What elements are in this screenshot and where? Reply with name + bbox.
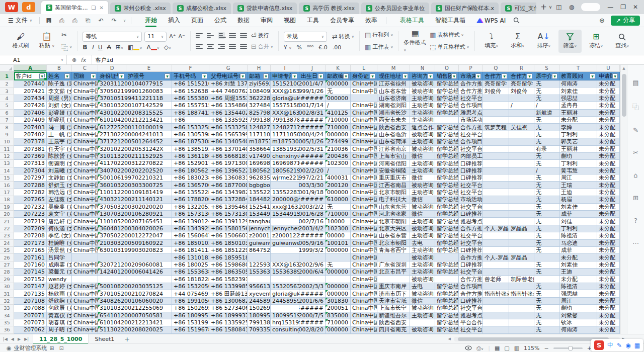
- cell-S9[interactable]: 无: [534, 131, 559, 138]
- cell-F24[interactable]: +86 18501030: [172, 240, 209, 247]
- normal-view-icon[interactable]: ▦: [495, 345, 500, 351]
- cell-R36[interactable]: [509, 326, 534, 333]
- cell-U31[interactable]: 未分配: [597, 290, 620, 297]
- cell-S36[interactable]: 无: [534, 326, 559, 333]
- cell-A9[interactable]: 207402: [14, 131, 47, 138]
- header-cell-F1[interactable]: 手机号码▼: [172, 72, 209, 80]
- cell-S7[interactable]: 无: [534, 117, 559, 124]
- cell-U7[interactable]: 未分配: [597, 117, 620, 124]
- cell-U4[interactable]: 未分配: [597, 95, 620, 102]
- cell-R30[interactable]: [509, 283, 534, 290]
- vertical-scrollbar[interactable]: ▲: [620, 65, 627, 334]
- cell-S4[interactable]: 无: [534, 95, 559, 102]
- cell-D2[interactable]: 320311200104077915: [98, 80, 126, 87]
- cell-H8[interactable]: 124827175: [248, 124, 271, 131]
- column-header-K[interactable]: K: [326, 65, 351, 71]
- panel-icon[interactable]: ▤: [632, 79, 638, 86]
- cell-B26[interactable]: 吕同学: [47, 254, 72, 261]
- cell-G18[interactable]: +86 1372884680: [209, 196, 248, 203]
- decrease-font-button[interactable]: A⁻: [178, 32, 185, 41]
- cell-Q28[interactable]: [483, 269, 509, 276]
- cell-N19[interactable]: 被动咨询: [410, 204, 435, 211]
- cell-G24[interactable]: +86 1850103098: [209, 240, 248, 247]
- cell-U20[interactable]: 未分配: [597, 211, 620, 218]
- cell-Q20[interactable]: [483, 211, 509, 218]
- cell-S14[interactable]: /: [534, 167, 559, 174]
- cell-U30[interactable]: 未分配: [597, 283, 620, 290]
- cell-N25[interactable]: 主动咨询: [410, 247, 435, 254]
- sheet-tab-11_28_5_1000[interactable]: 11_28_5_1000: [33, 334, 89, 344]
- cell-C33[interactable]: China中国: [72, 305, 98, 312]
- cell-G34[interactable]: +86 1899937166: [209, 312, 248, 319]
- cell-H26[interactable]: [248, 254, 271, 261]
- cell-E26[interactable]: [126, 254, 172, 261]
- cell-D6[interactable]: 430102200208315525: [98, 110, 126, 117]
- cell-M2[interactable]: 江苏省徐州: [377, 80, 410, 87]
- table-style-button[interactable]: ▦表格样式∨: [430, 31, 469, 40]
- cell-I19[interactable]: xxx@163.c: [271, 204, 299, 211]
- cell-U17[interactable]: 未分配: [597, 189, 620, 196]
- cell-M7[interactable]: 西安市未央: [377, 117, 410, 124]
- cell-F2[interactable]: +86 15152100: [172, 80, 209, 87]
- cell-N28[interactable]: 主动咨询: [410, 269, 435, 276]
- cell-M27[interactable]: 广东省深圳: [377, 261, 410, 269]
- cell-K12[interactable]: 200436: [326, 153, 351, 160]
- column-header-J[interactable]: J: [299, 65, 326, 71]
- cell-B13[interactable]: 衡琬明 (女: [47, 160, 72, 167]
- page-break-icon[interactable]: ▥: [514, 345, 519, 351]
- cell-O26[interactable]: [435, 254, 459, 261]
- cell-L11[interactable]: China中国: [351, 146, 377, 153]
- cell-K9[interactable]: 000000: [326, 131, 351, 138]
- cell-M16[interactable]: 江西省南昌: [377, 182, 410, 189]
- cell-U35[interactable]: 未分配: [597, 319, 620, 326]
- row-number-8[interactable]: 8: [0, 124, 14, 131]
- cell-C32[interactable]: China中国: [72, 298, 98, 305]
- cell-T16[interactable]: 王瑞: [559, 182, 597, 189]
- cell-A2[interactable]: 207440: [14, 80, 47, 87]
- cell-F17[interactable]: +86 13552283: [172, 189, 209, 196]
- cell-G19[interactable]: +86 1395468251: [209, 204, 248, 211]
- cell-O22[interactable]: 留学总经办: [435, 225, 459, 232]
- format-painter-button[interactable]: 🖌 格式刷: [9, 30, 32, 53]
- cell-H4[interactable]: 362228235: [248, 95, 271, 102]
- cell-H3[interactable]: 108409964: [248, 87, 271, 95]
- cell-L33[interactable]: China中国: [351, 305, 377, 312]
- cell-G12[interactable]: +86 56681836: [209, 153, 248, 160]
- cell-T29[interactable]: 未分配: [559, 276, 597, 283]
- document-tab-0[interactable]: S英国留学生...❏✕: [41, 1, 108, 14]
- cell-I13[interactable]: 169698712: [271, 160, 299, 167]
- font-color-button[interactable]: A∨: [147, 44, 159, 51]
- cell-G13[interactable]: +86 1971300890: [209, 160, 248, 167]
- row-number-34[interactable]: 34: [0, 312, 14, 319]
- cell-A31[interactable]: 207135: [14, 290, 47, 297]
- cell-L34[interactable]: China中国: [351, 312, 377, 319]
- cell-J33[interactable]: ########: [299, 305, 326, 312]
- cell-K30[interactable]: 000000: [326, 283, 351, 290]
- cell-Q10[interactable]: [483, 138, 509, 145]
- cell-N17[interactable]: 主动咨询: [410, 189, 435, 196]
- cell-H12[interactable]: v17490376: [248, 153, 271, 160]
- cell-S28[interactable]: 无: [534, 269, 559, 276]
- cell-D25[interactable]: 630103199903020823: [98, 247, 126, 254]
- row-number-6[interactable]: 6: [0, 110, 14, 117]
- cell-P24[interactable]: 社交平台,微: [459, 240, 483, 247]
- cell-C12[interactable]: China中国: [72, 153, 98, 160]
- cell-B9[interactable]: 王一帆 (男: [47, 131, 72, 138]
- cell-M33[interactable]: 上海市长宁: [377, 305, 410, 312]
- cell-K35[interactable]: 710000: [326, 319, 351, 326]
- cell-J35[interactable]: ########: [299, 319, 326, 326]
- cell-S33[interactable]: 无: [534, 305, 559, 312]
- cell-S34[interactable]: 无: [534, 312, 559, 319]
- scroll-left-icon[interactable]: ◀: [448, 337, 451, 341]
- cell-R16[interactable]: [509, 182, 534, 189]
- cell-A15[interactable]: 207297: [14, 174, 47, 182]
- cell-D21[interactable]: 110105200207165451: [98, 218, 126, 225]
- filter-dropdown-icon[interactable]: ▼: [502, 73, 507, 79]
- cell-O3[interactable]: 留学总经办: [435, 87, 459, 95]
- cell-P2[interactable]: 合作方推荐: [459, 80, 483, 87]
- cell-F13[interactable]: +86 15290175: [172, 160, 209, 167]
- row-number-30[interactable]: 30: [0, 283, 14, 290]
- cell-S23[interactable]: 无: [534, 232, 559, 239]
- cell-F28[interactable]: +86 15536380: [172, 269, 209, 276]
- cell-I3[interactable]: XXX@163.c: [271, 87, 299, 95]
